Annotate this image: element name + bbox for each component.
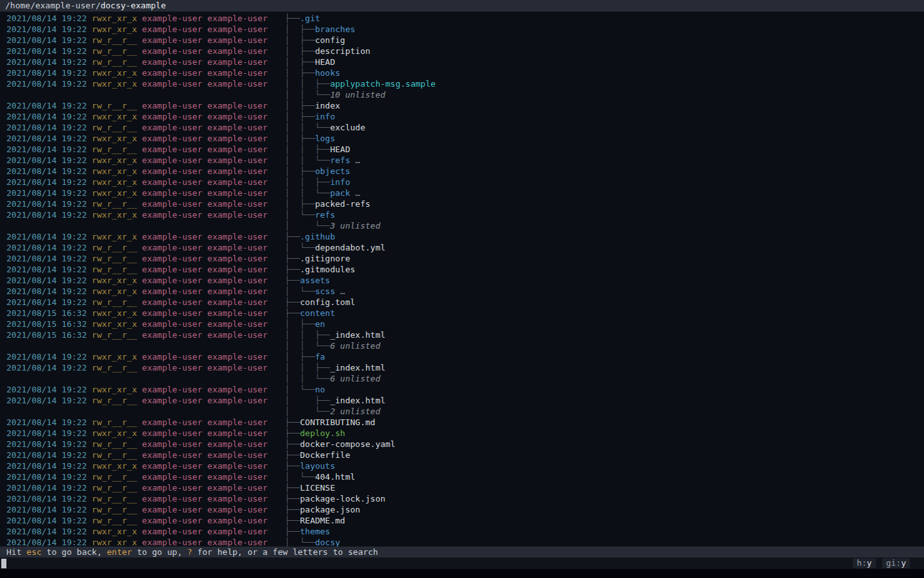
tree-row[interactable]: 2021/08/14 19:22 rwxr_xr_x example-user … xyxy=(6,155,924,166)
tree-row[interactable]: 2021/08/14 19:22 rwxr_xr_x example-user … xyxy=(6,460,924,471)
tree-branch: │ │ ├── xyxy=(285,330,330,340)
tree-row[interactable]: 2021/08/14 19:22 rw_r__r__ example-user … xyxy=(6,198,924,209)
tree-row[interactable]: 2021/08/14 19:22 rw_r__r__ example-user … xyxy=(6,57,924,67)
entry-name: scss xyxy=(315,286,335,296)
tree-row[interactable]: 2021/08/15 16:32 rw_r__r__ example-user … xyxy=(6,329,924,340)
tree-row[interactable]: 2021/08/14 19:22 rwxr_xr_x example-user … xyxy=(6,351,924,362)
entry-name: 6 unlisted xyxy=(330,374,380,383)
file-owner: example-user xyxy=(142,101,202,110)
search-input-cursor[interactable] xyxy=(1,559,6,568)
tree-row[interactable]: 2021/08/15 16:32 rwxr_xr_x example-user … xyxy=(6,319,924,329)
tree-row[interactable]: 2021/08/14 19:22 rw_r__r__ example-user … xyxy=(6,471,924,482)
file-owner: example-user xyxy=(142,232,202,241)
file-date: 2021/08/14 19:22 xyxy=(6,265,87,274)
tree-branch: │ ├── xyxy=(285,68,315,78)
entry-name: themes xyxy=(300,527,330,536)
file-owner: example-user xyxy=(142,297,202,307)
entry-name: assets xyxy=(300,276,330,285)
tree-row[interactable]: 2021/08/14 19:22 rwxr_xr_x example-user … xyxy=(6,78,924,89)
file-perms: rwxr_xr_x xyxy=(92,308,137,318)
file-date: 2021/08/14 19:22 xyxy=(6,428,87,438)
tree-branch: ├── xyxy=(285,308,300,318)
unlisted-row[interactable]: │ │ └──10 unlisted xyxy=(6,89,924,100)
tree-row[interactable]: 2021/08/14 19:22 rw_r__r__ example-user … xyxy=(6,439,924,450)
help-key-label: enter xyxy=(107,547,132,557)
tree-row[interactable]: 2021/08/14 19:22 rw_r__r__ example-user … xyxy=(6,46,924,57)
file-owner: example-user xyxy=(142,79,202,89)
tree-row[interactable]: 2021/08/14 19:22 rwxr_xr_x example-user … xyxy=(6,24,924,35)
file-meta: 2021/08/14 19:22 rw_r__r__ example-user … xyxy=(6,57,285,67)
tree-row[interactable]: 2021/08/14 19:22 rw_r__r__ example-user … xyxy=(6,144,924,155)
tree-row[interactable]: 2021/08/14 19:22 rw_r__r__ example-user … xyxy=(6,493,924,504)
tree-row[interactable]: 2021/08/14 19:22 rw_r__r__ example-user … xyxy=(6,35,924,46)
file-perms: rwxr_xr_x xyxy=(92,286,137,296)
tree-row[interactable]: 2021/08/14 19:22 rwxr_xr_x example-user … xyxy=(6,133,924,144)
tree-row[interactable]: 2021/08/14 19:22 rwxr_xr_x example-user … xyxy=(6,13,924,24)
unlisted-row[interactable]: │ └──3 unlisted xyxy=(6,220,924,231)
file-date: 2021/08/15 16:32 xyxy=(6,330,87,340)
tree-row[interactable]: 2021/08/14 19:22 rw_r__r__ example-user … xyxy=(6,242,924,253)
file-group: example-user xyxy=(207,276,268,285)
file-perms: rw_r__r__ xyxy=(92,417,137,427)
tree-row[interactable]: 2021/08/14 19:22 rwxr_xr_x example-user … xyxy=(6,111,924,122)
file-meta: 2021/08/14 19:22 rw_r__r__ example-user … xyxy=(6,450,285,460)
tree-branch: ├── xyxy=(285,232,300,241)
tree-branch: │ └── xyxy=(285,385,315,394)
tree-branch: ├── xyxy=(285,276,300,285)
tree-row[interactable]: 2021/08/14 19:22 rwxr_xr_x example-user … xyxy=(6,428,924,439)
entry-name: objects xyxy=(315,166,350,176)
help-bar: Hit esc to go back, enter to go up, ? fo… xyxy=(0,547,924,557)
file-owner: example-user xyxy=(142,177,202,187)
tree-row[interactable]: 2021/08/14 19:22 rwxr_xr_x example-user … xyxy=(6,177,924,188)
file-owner: example-user xyxy=(142,134,202,143)
tree-row[interactable]: 2021/08/14 19:22 rwxr_xr_x example-user … xyxy=(6,526,924,537)
tree-row[interactable]: 2021/08/14 19:22 rw_r__r__ example-user … xyxy=(6,362,924,373)
entry-name: deploy.sh xyxy=(300,428,345,438)
tree-row[interactable]: 2021/08/15 16:32 rwxr_xr_x example-user … xyxy=(6,308,924,319)
tree-row[interactable]: 2021/08/14 19:22 rwxr_xr_x example-user … xyxy=(6,231,924,242)
tree-row[interactable]: 2021/08/14 19:22 rw_r__r__ example-user … xyxy=(6,515,924,526)
file-perms: rw_r__r__ xyxy=(92,363,137,372)
unlisted-row[interactable]: │ └──2 unlisted xyxy=(6,406,924,417)
tree-row[interactable]: 2021/08/14 19:22 rwxr_xr_x example-user … xyxy=(6,67,924,78)
tree-row[interactable]: 2021/08/14 19:22 rw_r__r__ example-user … xyxy=(6,395,924,406)
tree-row[interactable]: 2021/08/14 19:22 rw_r__r__ example-user … xyxy=(6,504,924,515)
unlisted-row[interactable]: │ │ └──6 unlisted xyxy=(6,340,924,351)
entry-name: 10 unlisted xyxy=(330,90,385,100)
tree-rows: 2021/08/14 19:22 rwxr_xr_x example-user … xyxy=(6,13,924,547)
tree-row[interactable]: 2021/08/14 19:22 rwxr_xr_x example-user … xyxy=(6,384,924,395)
tree-row[interactable]: 2021/08/14 19:22 rwxr_xr_x example-user … xyxy=(6,537,924,547)
entry-name: content xyxy=(300,308,335,318)
tree-branch: │ ├── xyxy=(285,101,315,110)
tree-panel: 2021/08/14 19:22 rwxr_xr_x example-user … xyxy=(0,12,924,547)
tree-row[interactable]: 2021/08/14 19:22 rw_r__r__ example-user … xyxy=(6,122,924,133)
file-group: example-user xyxy=(207,352,268,362)
tree-row[interactable]: 2021/08/14 19:22 rw_r__r__ example-user … xyxy=(6,264,924,275)
file-date: 2021/08/14 19:22 xyxy=(6,243,87,252)
tree-row[interactable]: 2021/08/14 19:22 rwxr_xr_x example-user … xyxy=(6,188,924,198)
tree-row[interactable]: 2021/08/14 19:22 rwxr_xr_x example-user … xyxy=(6,166,924,177)
file-meta: 2021/08/14 19:22 rwxr_xr_x example-user … xyxy=(6,275,285,286)
tree-row[interactable]: 2021/08/14 19:22 rw_r__r__ example-user … xyxy=(6,297,924,308)
tree-branch: ├── xyxy=(285,461,300,471)
entry-name: .git xyxy=(300,13,320,23)
tree-row[interactable]: 2021/08/14 19:22 rw_r__r__ example-user … xyxy=(6,253,924,264)
tree-branch: │ ├── xyxy=(285,352,315,362)
file-date: 2021/08/14 19:22 xyxy=(6,177,87,187)
tree-row[interactable]: 2021/08/14 19:22 rwxr_xr_x example-user … xyxy=(6,209,924,220)
file-perms: rwxr_xr_x xyxy=(92,68,137,78)
tree-row[interactable]: 2021/08/14 19:22 rw_r__r__ example-user … xyxy=(6,417,924,428)
tree-row[interactable]: 2021/08/14 19:22 rwxr_xr_x example-user … xyxy=(6,286,924,297)
tree-branch: ├── xyxy=(285,439,300,449)
file-date: 2021/08/14 19:22 xyxy=(6,13,87,23)
file-group: example-user xyxy=(207,527,268,536)
tree-row[interactable]: 2021/08/14 19:22 rw_r__r__ example-user … xyxy=(6,450,924,460)
tree-row[interactable]: 2021/08/14 19:22 rwxr_xr_x example-user … xyxy=(6,275,924,286)
file-date: 2021/08/14 19:22 xyxy=(6,450,87,460)
tree-branch: │ └── xyxy=(285,243,315,252)
unlisted-row[interactable]: │ │ └──6 unlisted xyxy=(6,373,924,384)
file-date: 2021/08/14 19:22 xyxy=(6,155,87,165)
tree-row[interactable]: 2021/08/14 19:22 rw_r__r__ example-user … xyxy=(6,482,924,493)
file-date: 2021/08/14 19:22 xyxy=(6,166,87,176)
tree-row[interactable]: 2021/08/14 19:22 rw_r__r__ example-user … xyxy=(6,100,924,111)
